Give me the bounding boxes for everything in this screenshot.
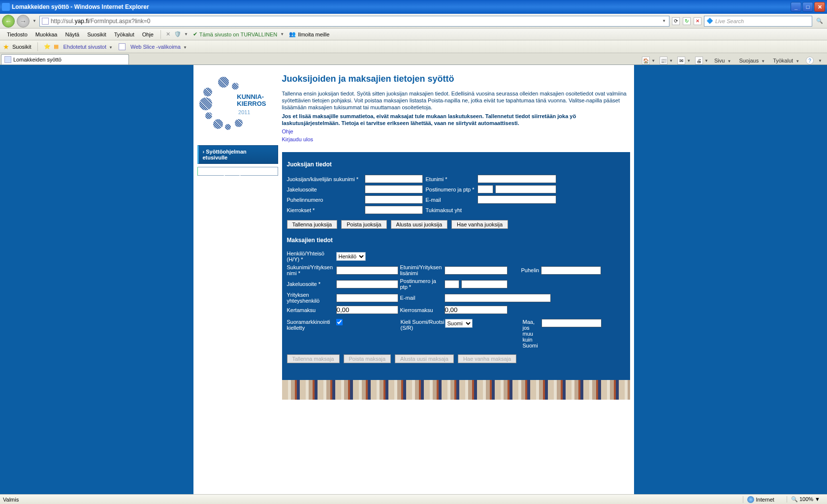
add-favorite-icon[interactable]: ⭐ <box>44 43 51 50</box>
favorites-star-icon[interactable]: ★ <box>3 43 9 51</box>
wot-status[interactable]: ✔ Tämä sivusto on TURVALLINEN ▼ <box>191 31 287 37</box>
compat-view-icon[interactable]: ⟳ <box>672 17 680 25</box>
search-button[interactable]: 🔍 <box>814 18 825 24</box>
window-title: Lomakkeiden syöttö - Windows Internet Ex… <box>12 3 791 10</box>
tab-active[interactable]: Lomakkeiden syöttö <box>1 54 129 64</box>
addon-icon-1[interactable]: 🛡️▼ <box>172 31 191 37</box>
back-button[interactable]: ← <box>2 15 15 28</box>
menu-view[interactable]: Näytä <box>61 31 83 38</box>
menu-favorites[interactable]: Suosikit <box>83 31 110 38</box>
suggested-sites-link[interactable]: Ehdotetut sivustot ▼ <box>62 44 116 50</box>
forward-button[interactable]: → <box>17 15 30 28</box>
window-titlebar: Lomakkeiden syöttö - Windows Internet Ex… <box>0 0 827 14</box>
feeds-icon[interactable]: 📰 <box>660 57 668 64</box>
report-button[interactable]: 👥 Ilmoita meille <box>287 31 331 37</box>
stop-icon[interactable]: ✕ <box>694 17 701 25</box>
maximize-button[interactable]: □ <box>802 2 813 12</box>
ie-icon <box>2 3 10 11</box>
close-button[interactable]: ✕ <box>814 2 825 12</box>
favorites-label[interactable]: Suosikit <box>12 44 32 50</box>
print-icon[interactable]: 🖨 <box>695 57 703 64</box>
safety-menu[interactable]: Suojaus ▼ <box>737 58 768 63</box>
tools-menu[interactable]: Työkalut ▼ <box>771 58 802 63</box>
nav-history-dropdown[interactable]: ▼ <box>32 19 36 23</box>
help-icon[interactable]: ? <box>806 57 814 64</box>
favorites-bar: ★ Suosikit ⭐ ▦ Ehdotetut sivustot ▼ Web … <box>0 40 827 53</box>
tab-label: Lomakkeiden syöttö <box>13 57 62 63</box>
search-placeholder: Live Search <box>715 18 810 24</box>
refresh-icon[interactable]: ↻ <box>683 17 691 25</box>
webslice-link[interactable]: Web Slice -valikoima ▼ <box>128 44 190 50</box>
search-bar[interactable]: 🔷 Live Search <box>704 16 812 27</box>
home-icon[interactable]: 🏠 <box>642 57 650 64</box>
tab-page-icon <box>4 56 11 63</box>
nav-toolbar: ← → ▼ http://sul.yap.fi/FormInput.aspx?l… <box>0 14 827 29</box>
mail-icon[interactable]: ✉ <box>677 57 685 64</box>
search-provider-icon: 🔷 <box>706 18 713 25</box>
menu-edit[interactable]: Muokkaa <box>32 31 62 38</box>
page-menu[interactable]: Sivu ▼ <box>712 58 734 63</box>
addon-close-icon[interactable]: ✕ <box>164 31 172 37</box>
menu-file[interactable]: Tiedosto <box>3 31 32 38</box>
webslice-icon <box>119 43 126 50</box>
address-text: http://sul.yap.fi/FormInput.aspx?link=0 <box>51 18 659 25</box>
address-bar[interactable]: http://sul.yap.fi/FormInput.aspx?link=0 … <box>39 16 669 27</box>
menu-bar: Tiedosto Muokkaa Näytä Suosikit Työkalut… <box>0 29 827 40</box>
minimize-button[interactable]: _ <box>791 2 801 12</box>
page-icon <box>42 18 49 25</box>
address-dropdown[interactable]: ▼ <box>662 19 666 23</box>
menu-help[interactable]: Ohje <box>138 31 158 38</box>
menu-tools[interactable]: Työkalut <box>110 31 138 38</box>
tab-bar: Lomakkeiden syöttö 🏠▼ 📰▼ ✉▼ 🖨▼ Sivu ▼ Su… <box>0 53 827 65</box>
